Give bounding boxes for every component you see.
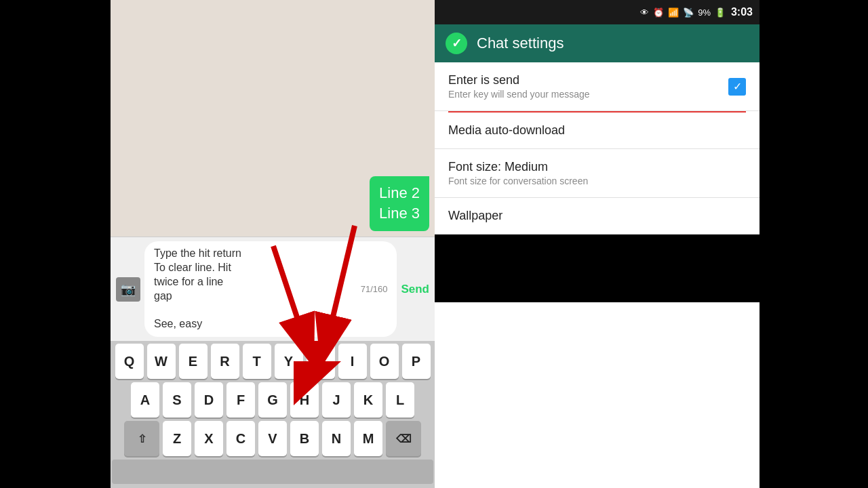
key-o[interactable]: O	[370, 344, 399, 379]
left-black-bar	[0, 0, 111, 488]
wifi-icon: 📶	[668, 7, 679, 18]
delete-key[interactable]: ⌫	[386, 421, 421, 456]
key-l[interactable]: L	[386, 382, 414, 418]
enter-is-send-subtitle: Enter key will send your message	[448, 89, 746, 100]
key-u[interactable]: U	[307, 344, 335, 379]
key-t[interactable]: T	[243, 344, 271, 379]
key-i[interactable]: I	[338, 344, 367, 379]
key-y[interactable]: Y	[275, 344, 303, 379]
media-auto-download-title: Media auto-download	[448, 123, 746, 138]
chat-messages: Line 2 Line 3	[111, 0, 435, 237]
keyboard-row-2: A S D F G H J K L	[112, 382, 433, 418]
key-c[interactable]: C	[226, 421, 255, 456]
chat-panel: Line 2 Line 3 📷 Type the hit returnTo cl…	[111, 0, 435, 488]
whatsapp-logo: ✓	[446, 33, 467, 54]
key-k[interactable]: K	[354, 382, 382, 418]
char-counter: 71/160	[361, 284, 388, 294]
key-q[interactable]: Q	[115, 344, 144, 379]
key-m[interactable]: M	[354, 421, 382, 456]
key-j[interactable]: J	[322, 382, 351, 418]
battery-icon: 🔋	[715, 7, 726, 18]
status-icons: 👁 ⏰ 📶 📡 9% 🔋	[640, 7, 726, 18]
shift-key[interactable]: ⇧	[124, 421, 159, 456]
settings-item-wallpaper[interactable]: Wallpaper	[435, 198, 760, 235]
key-d[interactable]: D	[195, 382, 223, 418]
settings-title: Chat settings	[477, 35, 564, 52]
keyboard-wrapper: Q W E R T Y U I O P A S D F G H J K	[111, 341, 435, 488]
wallpaper-title: Wallpaper	[448, 209, 746, 223]
camera-icon[interactable]: 📷	[116, 277, 140, 302]
keyboard-row-4	[112, 460, 433, 484]
key-g[interactable]: G	[258, 382, 287, 418]
signal-icon: 📡	[683, 7, 694, 18]
key-n[interactable]: N	[322, 421, 351, 456]
settings-item-font-size[interactable]: Font size: Medium Font size for conversa…	[435, 149, 760, 198]
right-black-bar	[760, 0, 868, 488]
key-p[interactable]: P	[402, 344, 431, 379]
send-button[interactable]: Send	[401, 283, 429, 296]
keyboard-row-1: Q W E R T Y U I O P	[112, 344, 433, 379]
bubble-line3: Line 3	[379, 203, 420, 224]
key-r[interactable]: R	[211, 344, 239, 379]
chat-input-box[interactable]: Type the hit returnTo clear line. Hittwi…	[144, 241, 397, 337]
settings-item-enter-is-send[interactable]: Enter is send Enter key will send your m…	[435, 62, 760, 111]
settings-panel: 👁 ⏰ 📶 📡 9% 🔋 3:03 ✓ Chat settings Enter …	[435, 0, 760, 488]
settings-item-media-auto-download[interactable]: Media auto-download	[435, 113, 760, 149]
battery-level: 9%	[698, 7, 711, 18]
key-z[interactable]: Z	[163, 421, 191, 456]
keyboard-bottom-bar	[112, 460, 433, 484]
status-time: 3:03	[731, 6, 753, 18]
chat-message-text: Type the hit returnTo clear line. Hittwi…	[154, 247, 360, 331]
settings-header: ✓ Chat settings	[435, 24, 760, 62]
alarm-icon: ⏰	[653, 7, 664, 18]
key-h[interactable]: H	[290, 382, 319, 418]
key-x[interactable]: X	[195, 421, 223, 456]
eye-icon: 👁	[640, 7, 649, 18]
settings-list: Enter is send Enter key will send your m…	[435, 62, 760, 488]
key-s[interactable]: S	[163, 382, 191, 418]
font-size-title: Font size: Medium	[448, 160, 746, 174]
chat-bubble-lines: Line 2 Line 3	[370, 176, 429, 232]
enter-is-send-checkbox[interactable]: ✓	[728, 78, 746, 96]
key-v[interactable]: V	[258, 421, 287, 456]
font-size-subtitle: Font size for conversation screen	[448, 176, 746, 186]
status-bar: 👁 ⏰ 📶 📡 9% 🔋 3:03	[435, 0, 760, 24]
key-a[interactable]: A	[131, 382, 159, 418]
enter-is-send-title: Enter is send	[448, 73, 746, 87]
keyboard: Q W E R T Y U I O P A S D F G H J K	[111, 341, 435, 488]
chat-input-row: 📷 Type the hit returnTo clear line. Hitt…	[111, 237, 435, 341]
keyboard-row-3: ⇧ Z X C V B N M ⌫	[112, 421, 433, 456]
key-b[interactable]: B	[290, 421, 319, 456]
key-w[interactable]: W	[147, 344, 176, 379]
key-f[interactable]: F	[226, 382, 255, 418]
enter-is-send-checkbox-container: ✓	[728, 78, 746, 96]
wallpaper-preview	[435, 235, 760, 302]
key-e[interactable]: E	[179, 344, 208, 379]
bubble-line2: Line 2	[379, 183, 420, 204]
